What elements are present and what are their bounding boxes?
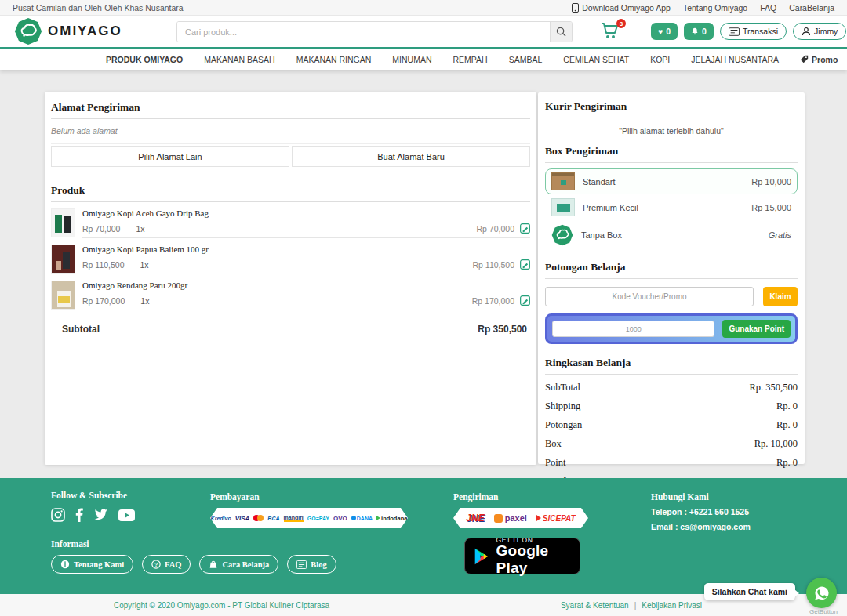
smartphone-icon bbox=[572, 3, 579, 13]
tentang-omiyago-link[interactable]: Tentang Omiyago bbox=[683, 3, 747, 13]
chat-tooltip: Silahkan Chat kami bbox=[704, 583, 795, 600]
legal-separator: | bbox=[634, 601, 637, 610]
shipping-title: Pengiriman bbox=[453, 492, 588, 502]
cart-button[interactable]: 3 bbox=[601, 22, 624, 41]
blog-button[interactable]: Blog bbox=[287, 555, 336, 574]
nav-kopi[interactable]: KOPI bbox=[650, 55, 670, 64]
product-thumbnail bbox=[51, 208, 75, 237]
nav-jelajah-nusantara[interactable]: JELAJAH NUSANTARA bbox=[691, 55, 779, 64]
instagram-icon[interactable] bbox=[51, 508, 65, 522]
edit-icon[interactable] bbox=[520, 259, 530, 270]
use-points-button[interactable]: Gunakan Point bbox=[722, 320, 791, 338]
cara-belanja-link[interactable]: CaraBelanja bbox=[789, 3, 834, 13]
visa-logo: VISA bbox=[235, 515, 250, 522]
twitter-icon[interactable] bbox=[93, 509, 108, 521]
payment-panel-card: Kurir Pengiriman "Pilih alamat terlebih … bbox=[538, 92, 805, 464]
google-play-badge[interactable]: GET IT ON Google Play bbox=[464, 538, 580, 574]
summary-row: BoxRp. 10,000 bbox=[545, 438, 798, 450]
omiyago-badge-icon bbox=[551, 224, 573, 246]
bca-logo: BCA bbox=[267, 516, 279, 521]
subtotal-value: Rp 350,500 bbox=[478, 324, 527, 335]
topbar-links: Download Omiyago App Tentang Omiyago FAQ… bbox=[572, 3, 834, 13]
contact-email[interactable]: Email : cs@omiyago.com bbox=[651, 522, 751, 531]
product-qty: 1x bbox=[136, 224, 144, 234]
subtotal-label: Subtotal bbox=[62, 324, 100, 335]
box-option-standart[interactable]: Standart Rp 10,000 bbox=[545, 168, 798, 194]
info-title: Informasi bbox=[51, 539, 336, 549]
nav-cemilan-sehat[interactable]: CEMILAN SEHAT bbox=[563, 55, 629, 64]
summary-row: ShippingRp. 0 bbox=[545, 400, 798, 412]
shipping-partners-banner: JNE paxel SiCEPAT bbox=[453, 508, 588, 528]
points-box: Gunakan Point bbox=[545, 313, 798, 344]
product-name: Omiyago Rendang Paru 200gr bbox=[82, 281, 530, 290]
youtube-icon[interactable] bbox=[118, 509, 135, 521]
nav-rempah[interactable]: REMPAH bbox=[453, 55, 488, 64]
product-qty: 1x bbox=[140, 260, 149, 270]
nav-minuman[interactable]: MINUMAN bbox=[392, 55, 431, 64]
search-input[interactable] bbox=[177, 22, 550, 42]
svg-text:?: ? bbox=[154, 562, 158, 567]
edit-icon[interactable] bbox=[520, 223, 530, 234]
notification-button[interactable]: 0 bbox=[684, 23, 714, 40]
nav-produk-omiyago[interactable]: PRODUK OMIYAGO bbox=[106, 55, 183, 64]
box-option-premium-kecil[interactable]: Premium Kecil Rp 15,000 bbox=[545, 194, 798, 220]
whatsapp-icon bbox=[812, 584, 831, 603]
nav-makanan-basah[interactable]: MAKANAN BASAH bbox=[204, 55, 274, 64]
download-app-link[interactable]: Download Omiyago App bbox=[572, 3, 671, 13]
box-standart-image bbox=[551, 172, 575, 190]
heart-icon: ♥ bbox=[658, 27, 663, 36]
choose-address-button[interactable]: Pilih Alamat Lain bbox=[51, 146, 289, 167]
brand-name: OMIYAGO bbox=[48, 24, 122, 39]
faq-button[interactable]: ? FAQ bbox=[142, 555, 191, 574]
sicepat-logo: SiCEPAT bbox=[536, 514, 576, 523]
product-row: Omiyago Rendang Paru 200gr Rp 170,000 1x… bbox=[51, 274, 530, 310]
whatsapp-chat-button[interactable] bbox=[806, 578, 837, 608]
search-button[interactable] bbox=[550, 22, 572, 42]
gopay-logo: GO=PAY bbox=[307, 516, 329, 521]
product-total: Rp 110,500 bbox=[472, 260, 514, 270]
box-premium-image bbox=[551, 198, 575, 216]
copyright-text: Copyright © 2020 Omiyago.com - PT Global… bbox=[114, 601, 329, 610]
edit-icon[interactable] bbox=[520, 295, 530, 306]
create-address-button[interactable]: Buat Alamat Baru bbox=[292, 146, 530, 167]
transaksi-button[interactable]: Transaksi bbox=[720, 23, 787, 40]
privacy-link[interactable]: Kebijakan Privasi bbox=[642, 601, 702, 610]
terms-link[interactable]: Syarat & Ketentuan bbox=[561, 601, 629, 610]
kredivo-logo: Kredivo bbox=[211, 516, 231, 521]
question-icon: ? bbox=[151, 560, 161, 569]
tentang-kami-button[interactable]: Tentang Kami bbox=[51, 555, 133, 574]
wishlist-count: 0 bbox=[666, 27, 671, 36]
nav-makanan-ringan[interactable]: MAKANAN RINGAN bbox=[296, 55, 372, 64]
header-buttons: ♥ 0 0 Transaksi Jimmy bbox=[651, 23, 846, 40]
products-section-title: Produk bbox=[51, 184, 530, 202]
address-empty-text: Belum ada alamat bbox=[51, 119, 530, 144]
wishlist-button[interactable]: ♥ 0 bbox=[651, 23, 678, 40]
nav-sambal[interactable]: SAMBAL bbox=[509, 55, 543, 64]
voucher-input[interactable] bbox=[545, 287, 754, 306]
indodana-logo: indodana bbox=[376, 515, 407, 522]
points-input[interactable] bbox=[552, 321, 714, 337]
search-bar bbox=[176, 21, 573, 42]
voucher-row: Klaim bbox=[545, 287, 798, 306]
cara-belanja-button[interactable]: Cara Belanja bbox=[199, 555, 278, 574]
jne-logo: JNE bbox=[466, 513, 484, 524]
product-name: Omiyago Kopi Aceh Gayo Drip Bag bbox=[82, 208, 530, 218]
nav-promo[interactable]: Promo bbox=[800, 55, 838, 64]
courier-section-title: Kurir Pengiriman bbox=[545, 100, 798, 118]
mandiri-logo: mandiri bbox=[284, 515, 304, 522]
brand-logo[interactable]: OMIYAGO bbox=[14, 17, 122, 45]
user-account-button[interactable]: Jimmy bbox=[793, 23, 846, 40]
dana-logo: DANA bbox=[351, 516, 373, 521]
product-thumbnail bbox=[51, 245, 75, 274]
address-buttons: Pilih Alamat Lain Buat Alamat Baru bbox=[51, 146, 530, 167]
top-bar: Pusat Camilan dan Oleh-Oleh Khas Nusanta… bbox=[0, 0, 847, 16]
transaction-card-icon bbox=[729, 27, 740, 36]
facebook-icon[interactable] bbox=[75, 508, 83, 522]
box-option-tanpa-box[interactable]: Tanpa Box Gratis bbox=[545, 220, 798, 250]
summary-section-title: Ringkasan Belanja bbox=[545, 357, 798, 375]
checkout-page: Pusat Camilan dan Oleh-Oleh Khas Nusanta… bbox=[0, 0, 847, 616]
faq-link[interactable]: FAQ bbox=[760, 3, 776, 13]
bell-icon bbox=[691, 27, 699, 36]
newspaper-icon bbox=[296, 560, 307, 569]
claim-voucher-button[interactable]: Klaim bbox=[763, 287, 798, 306]
